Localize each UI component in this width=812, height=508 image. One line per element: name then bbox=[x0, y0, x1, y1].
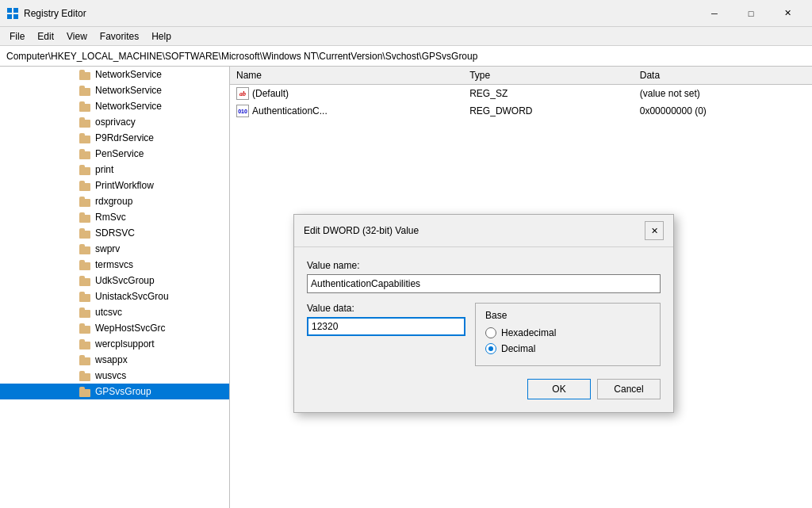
menu-item-view[interactable]: View bbox=[60, 29, 94, 44]
tree-item[interactable]: swprv bbox=[0, 241, 229, 257]
edit-dword-dialog: Edit DWORD (32-bit) Value ✕ Value name: … bbox=[293, 214, 674, 413]
reg-sz-icon: ab bbox=[236, 87, 249, 100]
tree-item-label: rdxgroup bbox=[95, 196, 132, 207]
value-data-label: Value data: bbox=[307, 303, 465, 314]
value-name-label: Value name: bbox=[307, 260, 661, 271]
tree-item-label: GPSvsGroup bbox=[95, 386, 151, 397]
folder-icon bbox=[79, 259, 92, 270]
tree-item-label: NetworkService bbox=[95, 69, 162, 80]
tree-item[interactable]: P9RdrService bbox=[0, 130, 229, 146]
menu-item-favorites[interactable]: Favorites bbox=[94, 29, 145, 44]
col-type: Type bbox=[463, 67, 634, 85]
tree-item[interactable]: PrintWorkflow bbox=[0, 178, 229, 193]
tree-item[interactable]: PenService bbox=[0, 146, 229, 162]
tree-item-label: utcsvc bbox=[95, 307, 122, 318]
tree-item-label: print bbox=[95, 164, 113, 175]
folder-icon bbox=[79, 69, 92, 80]
name-label: (Default) bbox=[252, 88, 289, 99]
tree-item-label: PrintWorkflow bbox=[95, 180, 154, 191]
col-data: Data bbox=[634, 67, 812, 85]
cell-type: REG_SZ bbox=[463, 85, 634, 103]
hex-label: Hexadecimal bbox=[501, 327, 556, 338]
base-label: Base bbox=[485, 310, 650, 321]
tree-item[interactable]: GPSvsGroup bbox=[0, 384, 229, 399]
tree-item-label: RmSvc bbox=[95, 212, 126, 223]
tree-item[interactable]: UnistackSvcGrou bbox=[0, 288, 229, 304]
tree-item[interactable]: WepHostSvcGrc bbox=[0, 320, 229, 336]
folder-icon bbox=[79, 307, 92, 318]
reg-dword-icon: 010 bbox=[236, 105, 249, 117]
base-group: Base Hexadecimal Decimal bbox=[475, 303, 661, 366]
tree-panel[interactable]: NetworkServiceNetworkServiceNetworkServi… bbox=[0, 67, 230, 508]
tree-item[interactable]: NetworkService bbox=[0, 98, 229, 114]
folder-icon bbox=[79, 148, 92, 159]
tree-item[interactable]: UdkSvcGroup bbox=[0, 273, 229, 288]
dialog-row: Value data: Base Hexadecimal Decimal bbox=[307, 303, 661, 366]
tree-item[interactable]: osprivacy bbox=[0, 114, 229, 130]
tree-item[interactable]: RmSvc bbox=[0, 209, 229, 225]
dialog-body: Value name: Value data: Base Hexadecimal… bbox=[294, 247, 673, 412]
cell-data: (value not set) bbox=[634, 85, 812, 103]
menu-item-edit[interactable]: Edit bbox=[31, 29, 60, 44]
tree-item-label: PenService bbox=[95, 148, 144, 159]
tree-item-label: swprv bbox=[95, 243, 120, 254]
cell-name: 010AuthenticationC... bbox=[230, 102, 463, 120]
address-bar: Computer\HKEY_LOCAL_MACHINE\SOFTWARE\Mic… bbox=[0, 46, 812, 67]
value-data-input[interactable] bbox=[307, 317, 465, 336]
tree-item[interactable]: wusvcs bbox=[0, 368, 229, 384]
minimize-button[interactable]: ─ bbox=[696, 0, 733, 27]
value-name-input[interactable] bbox=[307, 274, 661, 293]
title-bar-controls: ─ □ ✕ bbox=[696, 0, 806, 27]
cancel-button[interactable]: Cancel bbox=[597, 379, 661, 399]
tree-item[interactable]: print bbox=[0, 162, 229, 178]
folder-icon bbox=[79, 132, 92, 143]
tree-item[interactable]: NetworkService bbox=[0, 82, 229, 98]
dec-radio-option[interactable]: Decimal bbox=[485, 343, 650, 354]
dialog-buttons: OK Cancel bbox=[307, 379, 661, 399]
svg-rect-3 bbox=[13, 14, 18, 19]
folder-icon bbox=[79, 354, 92, 365]
address-path: Computer\HKEY_LOCAL_MACHINE\SOFTWARE\Mic… bbox=[6, 51, 477, 62]
folder-icon bbox=[79, 291, 92, 302]
tree-item[interactable]: utcsvc bbox=[0, 304, 229, 320]
maximize-button[interactable]: □ bbox=[733, 0, 769, 27]
hex-radio[interactable] bbox=[485, 327, 496, 338]
cell-type: REG_DWORD bbox=[463, 102, 634, 120]
folder-icon bbox=[79, 180, 92, 191]
dec-radio[interactable] bbox=[485, 343, 496, 354]
tree-item[interactable]: NetworkService bbox=[0, 67, 229, 82]
folder-icon bbox=[79, 370, 92, 381]
folder-icon bbox=[79, 116, 92, 128]
registry-table: Name Type Data ab(Default)REG_SZ(value n… bbox=[230, 67, 812, 120]
app-icon bbox=[6, 7, 19, 20]
folder-icon bbox=[79, 243, 92, 254]
folder-icon bbox=[79, 85, 92, 96]
tree-item[interactable]: rdxgroup bbox=[0, 193, 229, 209]
tree-item[interactable]: wsappx bbox=[0, 352, 229, 368]
folder-icon bbox=[79, 227, 92, 239]
menu-item-file[interactable]: File bbox=[3, 29, 31, 44]
menu-bar: FileEditViewFavoritesHelp bbox=[0, 27, 812, 46]
hex-radio-option[interactable]: Hexadecimal bbox=[485, 327, 650, 338]
tree-item[interactable]: wercplsupport bbox=[0, 336, 229, 352]
tree-item[interactable]: termsvcs bbox=[0, 257, 229, 273]
tree-item[interactable]: SDRSVC bbox=[0, 225, 229, 241]
folder-icon bbox=[79, 275, 92, 286]
folder-icon bbox=[79, 386, 92, 397]
dialog-close-button[interactable]: ✕ bbox=[645, 221, 664, 240]
menu-item-help[interactable]: Help bbox=[145, 29, 178, 44]
dialog-title: Edit DWORD (32-bit) Value bbox=[304, 225, 419, 236]
tree-item-label: NetworkService bbox=[95, 85, 162, 96]
value-data-section: Value data: bbox=[307, 303, 465, 336]
cell-name: ab(Default) bbox=[230, 85, 463, 103]
table-row[interactable]: 010AuthenticationC...REG_DWORD0x00000000… bbox=[230, 102, 812, 120]
cell-data: 0x00000000 (0) bbox=[634, 102, 812, 120]
title-bar: Registry Editor ─ □ ✕ bbox=[0, 0, 812, 27]
table-row[interactable]: ab(Default)REG_SZ(value not set) bbox=[230, 85, 812, 103]
tree-item-label: NetworkService bbox=[95, 101, 162, 112]
tree-item-label: osprivacy bbox=[95, 116, 136, 128]
close-button[interactable]: ✕ bbox=[769, 0, 806, 27]
title-bar-left: Registry Editor bbox=[6, 7, 86, 20]
ok-button[interactable]: OK bbox=[527, 379, 591, 399]
folder-icon bbox=[79, 338, 92, 349]
